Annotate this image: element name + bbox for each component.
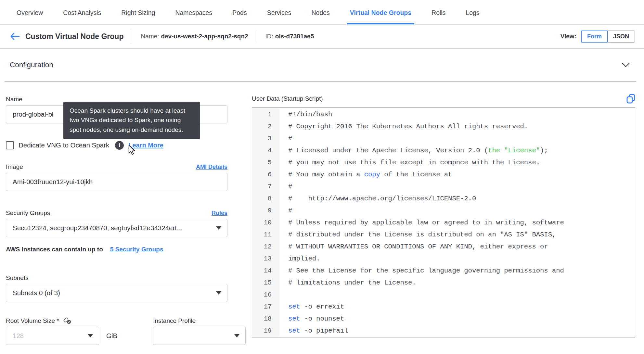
info-icon[interactable]: i bbox=[115, 141, 124, 150]
line-number: 10 bbox=[252, 217, 279, 229]
instance-profile-block: Instance Profile bbox=[153, 317, 246, 345]
security-groups-dropdown[interactable]: Secu12324, secgroup23470870, segtuyfsd12… bbox=[6, 219, 227, 237]
dedicate-vng-checkbox[interactable] bbox=[6, 141, 14, 149]
line-number: 16 bbox=[252, 289, 279, 301]
code-line: 4# Licensed under the Apache License, Ve… bbox=[252, 145, 635, 157]
configuration-content: Name prod-global-bl Ocean Spark clusters… bbox=[0, 82, 644, 345]
code-line: 3# bbox=[252, 133, 635, 145]
code-line: 12# WITHOUT WARRANTIES OR CONDITIONS OF … bbox=[252, 241, 635, 253]
form-column: Name prod-global-bl Ocean Spark clusters… bbox=[6, 82, 227, 345]
name-input-value: prod-global-bl bbox=[13, 110, 53, 118]
top-tab-bar: OverviewCost AnalysisRight SizingNamespa… bbox=[0, 0, 644, 25]
line-number: 14 bbox=[252, 265, 279, 277]
line-number: 19 bbox=[252, 325, 279, 337]
tab-nodes[interactable]: Nodes bbox=[308, 1, 332, 24]
vng-id-label: ID: bbox=[265, 33, 273, 40]
copy-button[interactable] bbox=[626, 94, 635, 104]
code-text: # WITHOUT WARRANTIES OR CONDITIONS OF AN… bbox=[279, 241, 548, 253]
code-text: # See the License for the specific langu… bbox=[279, 265, 564, 277]
vng-name-value: dev-us-west-2-app-sqn2-sqn2 bbox=[161, 33, 248, 40]
line-number: 4 bbox=[252, 145, 279, 157]
code-text: # bbox=[279, 133, 292, 145]
line-number: 8 bbox=[252, 193, 279, 205]
vng-id-value: ols-d7381ae5 bbox=[275, 33, 314, 40]
line-number: 13 bbox=[252, 253, 279, 265]
code-line: 14# See the License for the specific lan… bbox=[252, 265, 635, 277]
code-text: set -o pipefail bbox=[279, 325, 348, 337]
view-label: View: bbox=[560, 33, 576, 40]
code-line: 17set -o errexit bbox=[252, 301, 635, 313]
subnets-value: Subnets 0 (of 3) bbox=[13, 289, 60, 297]
tab-right-sizing[interactable]: Right Sizing bbox=[118, 1, 158, 24]
line-number: 2 bbox=[252, 120, 279, 133]
instance-profile-dropdown[interactable] bbox=[153, 327, 246, 345]
root-volume-block: Root Volume Size * 128 bbox=[6, 317, 99, 345]
line-number: 9 bbox=[252, 205, 279, 217]
user-data-code-editor[interactable]: 1#!/bin/bash2# Copyright 2016 The Kubern… bbox=[252, 107, 635, 337]
divider bbox=[257, 30, 257, 43]
caret-down-icon bbox=[234, 334, 239, 337]
code-line: 18set -o nounset bbox=[252, 313, 635, 325]
ami-details-link[interactable]: AMI Details bbox=[196, 164, 227, 171]
view-json-button[interactable]: JSON bbox=[607, 31, 635, 43]
security-groups-helper-text: AWS instances can contain up to bbox=[6, 246, 103, 253]
tab-rolls[interactable]: Rolls bbox=[429, 1, 448, 24]
collapse-section-button[interactable] bbox=[622, 63, 634, 67]
view-form-button[interactable]: Form bbox=[581, 31, 608, 43]
code-line: 16 bbox=[252, 289, 635, 301]
code-line: 19set -o pipefail bbox=[252, 325, 635, 337]
tab-logs[interactable]: Logs bbox=[463, 1, 482, 24]
security-groups-label: Security Groups bbox=[6, 209, 50, 217]
ocean-spark-tooltip: Ocean Spark clusters should have at leas… bbox=[63, 102, 200, 139]
dedicate-vng-label: Dedicate VNG to Ocean Spark bbox=[19, 141, 109, 149]
line-number: 15 bbox=[252, 277, 279, 289]
code-line: 9# bbox=[252, 205, 635, 217]
caret-down-icon bbox=[216, 291, 221, 295]
tab-virtual-node-groups[interactable]: Virtual Node Groups bbox=[347, 1, 414, 24]
tab-pods[interactable]: Pods bbox=[229, 1, 250, 24]
code-line: 1#!/bin/bash bbox=[252, 108, 635, 120]
code-text: # bbox=[279, 181, 292, 193]
line-number: 18 bbox=[252, 313, 279, 325]
image-field-label: Image bbox=[6, 163, 23, 171]
rules-link[interactable]: Rules bbox=[212, 210, 227, 217]
vng-name-label: Name: bbox=[141, 33, 159, 40]
view-toggle-group: View: Form JSON bbox=[560, 31, 635, 43]
image-input[interactable]: Ami-003fruuen12-yui-10jkh bbox=[6, 173, 227, 191]
line-number: 17 bbox=[252, 301, 279, 313]
line-number: 11 bbox=[252, 229, 279, 241]
tab-namespaces[interactable]: Namespaces bbox=[172, 1, 215, 24]
subnets-label: Subnets bbox=[6, 274, 29, 282]
chevron-down-icon bbox=[622, 63, 630, 67]
code-text: # Unless required by applicable law or a… bbox=[279, 217, 564, 229]
code-line: 11# distributed under the License is dis… bbox=[252, 229, 635, 241]
image-input-value: Ami-003fruuen12-yui-10jkh bbox=[13, 178, 93, 186]
line-number: 12 bbox=[252, 241, 279, 253]
page-title: Custom Virtual Node Group bbox=[25, 32, 123, 41]
five-security-groups-link[interactable]: 5 Security Groups bbox=[110, 246, 163, 253]
copy-icon bbox=[626, 94, 635, 104]
divider bbox=[132, 30, 132, 43]
root-volume-size-dropdown[interactable]: 128 bbox=[6, 327, 99, 345]
code-text: #!/bin/bash bbox=[279, 108, 332, 120]
learn-more-link[interactable]: Learn More bbox=[128, 142, 163, 149]
code-line: 15# limitations under the License. bbox=[252, 277, 635, 289]
code-text: set -o errexit bbox=[279, 301, 344, 313]
code-text: # You may obtain a copy of the License a… bbox=[279, 169, 452, 181]
back-button[interactable] bbox=[10, 32, 20, 41]
link-icon[interactable] bbox=[63, 317, 71, 324]
code-text: # limitations under the License. bbox=[279, 277, 416, 289]
user-data-title: User Data (Startup Script) bbox=[252, 95, 323, 102]
subnets-dropdown[interactable]: Subnets 0 (of 3) bbox=[6, 284, 227, 302]
tab-cost-analysis[interactable]: Cost Analysis bbox=[60, 1, 104, 24]
code-line: 8# http://www.apache.org/licenses/LICENS… bbox=[252, 193, 635, 205]
tab-overview[interactable]: Overview bbox=[14, 1, 46, 24]
code-line: 5# you may not use this file except in c… bbox=[252, 157, 635, 169]
name-field-label: Name bbox=[6, 96, 22, 103]
code-text: # Licensed under the Apache License, Ver… bbox=[279, 145, 548, 157]
tab-services[interactable]: Services bbox=[264, 1, 294, 24]
code-text: # http://www.apache.org/licenses/LICENSE… bbox=[279, 193, 476, 205]
caret-down-icon bbox=[88, 334, 93, 337]
code-line: 2# Copyright 2016 The Kubernetes Authors… bbox=[252, 120, 635, 133]
line-number: 3 bbox=[252, 133, 279, 145]
